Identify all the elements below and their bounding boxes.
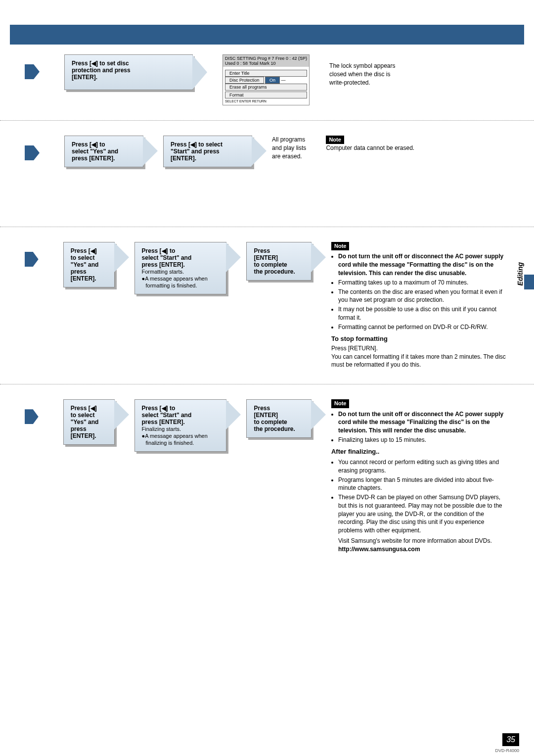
note-label: Note bbox=[331, 399, 349, 408]
instruction-text: Press [◀] to set disc bbox=[72, 60, 129, 67]
arrow-icon bbox=[25, 252, 39, 267]
model-label: DVD-R4000 bbox=[495, 748, 519, 753]
section-disc-protection: Press [◀] to set disc protection and pre… bbox=[25, 54, 509, 105]
section-erase: Press [◀] to select "Yes" and press [ENT… bbox=[25, 136, 509, 167]
note-text: Computer data cannot be erased. bbox=[326, 144, 414, 151]
diag-disc-protection: Disc Protection bbox=[225, 77, 264, 84]
finalize-notes: Note Do not turn the unit off or disconn… bbox=[331, 399, 509, 554]
diag-label: DISC SETTING bbox=[225, 56, 256, 61]
page-number: 35 bbox=[502, 733, 519, 746]
header-bar bbox=[10, 25, 524, 45]
after-heading: After finalizing.. bbox=[331, 447, 509, 456]
format-box-yes: Press [◀] to select "Yes" and press [ENT… bbox=[63, 242, 115, 287]
section-finalize: Press [◀] to select "Yes" and press [ENT… bbox=[25, 399, 509, 554]
finalize-box-yes: Press [◀] to select "Yes" and press [ENT… bbox=[63, 399, 115, 445]
arrow-icon bbox=[25, 64, 40, 79]
diag-free: Free 0 : 42 (SP) bbox=[275, 56, 307, 61]
diag-controls: SELECT ENTER RETURN bbox=[225, 99, 307, 103]
diag-prog: Prog # 7 bbox=[258, 56, 274, 61]
instruction-box-1: Press [◀] to set disc protection and pre… bbox=[64, 54, 193, 90]
url: http://www.samsungusa.com bbox=[331, 546, 420, 553]
diag-format: Format bbox=[225, 92, 307, 98]
diag-used: Used 0 : 58 bbox=[225, 61, 248, 66]
diag-erase: Erase all programs bbox=[225, 84, 307, 91]
finalize-box-start: Press [◀] to select "Start" and press [E… bbox=[134, 399, 227, 452]
diag-enter-title: Enter Title bbox=[225, 70, 307, 77]
instruction-box-start: Press [◀] to select "Start" and press [E… bbox=[163, 136, 252, 167]
diag-on-state: On bbox=[265, 77, 280, 84]
note-label: Note bbox=[331, 242, 349, 250]
note-label: Note bbox=[326, 136, 344, 144]
section-format: Press [◀] to select "Yes" and press [ENT… bbox=[25, 242, 509, 369]
stop-heading: To stop formatting bbox=[331, 334, 509, 343]
instruction-text: protection and press bbox=[72, 67, 131, 74]
lock-explanation: The lock symbol appears closed when the … bbox=[329, 62, 395, 87]
format-notes: Note Do not turn the unit off or disconn… bbox=[331, 242, 509, 369]
arrow-icon bbox=[25, 145, 40, 160]
finalize-box-complete: Press [ENTER] to complete the procedure. bbox=[246, 399, 312, 438]
instruction-text: [ENTER]. bbox=[72, 74, 97, 81]
erase-result: All programs and play lists are erased. bbox=[272, 136, 306, 160]
sidebar-label: Editing bbox=[516, 262, 524, 285]
format-box-complete: Press [ENTER] to complete the procedure. bbox=[246, 242, 312, 281]
note-block: Note Computer data cannot be erased. bbox=[326, 136, 414, 152]
diag-mark: Total Mark 10 bbox=[249, 61, 275, 66]
instruction-box-yes: Press [◀] to select "Yes" and press [ENT… bbox=[64, 136, 143, 167]
arrow-icon bbox=[25, 409, 39, 424]
disc-setting-diagram: DISC SETTING Prog # 7 Free 0 : 42 (SP) U… bbox=[222, 54, 310, 105]
sidebar-marker bbox=[524, 275, 534, 289]
format-box-start: Press [◀] to select "Start" and press [E… bbox=[134, 242, 227, 294]
